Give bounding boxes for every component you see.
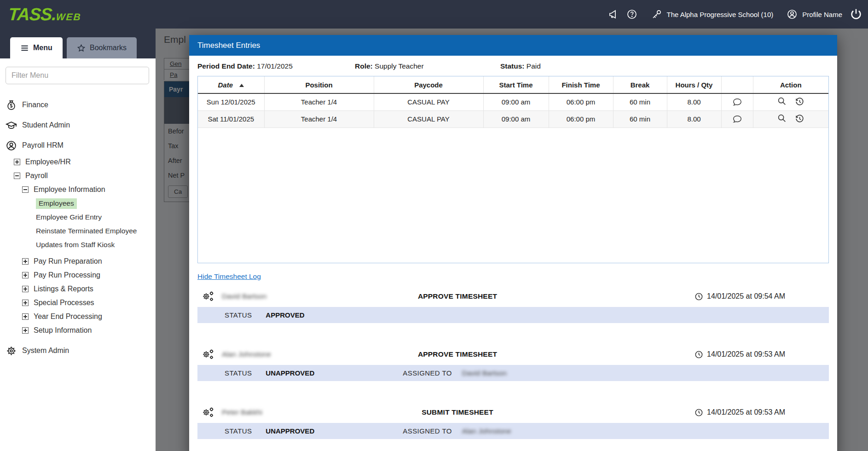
expander-plus-icon[interactable] <box>22 300 29 306</box>
expander-plus-icon[interactable] <box>22 313 29 320</box>
expander-minus-icon[interactable] <box>14 173 20 179</box>
tab-menu[interactable]: Menu <box>10 37 63 58</box>
money-bag-icon <box>6 99 17 111</box>
sidebar-item-employee-grid-entry[interactable]: Employee Grid Entry <box>36 210 153 224</box>
log-assigned-value: David Bartson <box>462 369 507 377</box>
logo-text-tass: TASS. <box>8 5 57 24</box>
sidebar-item-employee-information[interactable]: Employee Information <box>22 183 153 197</box>
sidebar-item-pay-run-preparation[interactable]: Pay Run Preparation <box>22 254 153 268</box>
sidebar-item-label: Employee Information <box>34 185 105 194</box>
log-action-label: APPROVE TIMESHEET <box>359 292 556 301</box>
table-row[interactable]: Sat 11/01/2025 Teacher 1/4 CASUAL PAY 09… <box>198 110 828 127</box>
sidebar-item-setup-information[interactable]: Setup Information <box>22 324 153 337</box>
timesheet-table-container: Date Position Paycode Start Time Finish … <box>197 76 829 263</box>
logo-text-web: WEB <box>56 12 82 22</box>
expander-plus-icon[interactable] <box>14 159 20 165</box>
clock-icon <box>694 350 703 359</box>
view-details-magnifier-icon[interactable] <box>777 96 787 106</box>
modal-title: Timesheet Entries <box>197 41 260 50</box>
log-status-row: STATUS APPROVED <box>197 307 829 323</box>
hide-timesheet-log-link[interactable]: Hide Timesheet Log <box>197 272 261 281</box>
sidebar-item-employee-hr[interactable]: Employee/HR <box>14 155 153 169</box>
cell-date: Sun 12/01/2025 <box>198 93 264 110</box>
log-assigned-label: ASSIGNED TO <box>403 369 451 377</box>
cell-hours-qty: 8.00 <box>667 110 721 127</box>
profile-menu[interactable]: Profile Name <box>786 8 842 20</box>
profile-person-icon <box>786 8 798 20</box>
table-header-row: Date Position Paycode Start Time Finish … <box>198 76 828 93</box>
school-selector[interactable]: The Alpha Progressive School (10) <box>651 8 774 20</box>
filter-menu-input[interactable] <box>6 67 149 84</box>
log-status-value: UNAPPROVED <box>266 427 376 435</box>
bookmarks-tab-label: Bookmarks <box>90 44 127 52</box>
key-icon <box>651 8 663 20</box>
sidebar-item-payroll-hrm[interactable]: Payroll HRM <box>6 139 153 152</box>
sidebar-item-label: Payroll <box>25 172 48 180</box>
sidebar-item-label: Student Admin <box>22 121 70 129</box>
modal-title-bar: Timesheet Entries <box>189 35 837 56</box>
log-timestamp: 14/01/2025 at 09:54 AM <box>707 292 785 301</box>
sidebar-item-year-end-processing[interactable]: Year End Processing <box>22 310 153 324</box>
sidebar-item-payroll[interactable]: Payroll <box>14 169 153 183</box>
star-icon <box>77 44 86 52</box>
tass-web-logo: TASS.WEB <box>7 5 82 24</box>
cell-start-time: 09:00 am <box>483 93 549 110</box>
column-header-comment <box>721 76 753 93</box>
column-header-finish-time[interactable]: Finish Time <box>549 76 613 93</box>
sidebar-item-pay-run-processing[interactable]: Pay Run Processing <box>22 268 153 282</box>
column-header-hours-qty[interactable]: Hours / Qty <box>667 76 721 93</box>
column-header-paycode[interactable]: Paycode <box>374 76 483 93</box>
log-timestamp: 14/01/2025 at 09:53 AM <box>707 350 785 358</box>
clock-icon <box>694 292 703 301</box>
view-details-magnifier-icon[interactable] <box>777 113 787 123</box>
column-header-start-time[interactable]: Start Time <box>483 76 549 93</box>
sidebar-item-listings-reports[interactable]: Listings & Reports <box>22 282 153 296</box>
log-entry: David Bartson APPROVE TIMESHEET 14/01/20… <box>197 287 829 323</box>
hamburger-icon <box>20 44 29 52</box>
timesheet-log: David Bartson APPROVE TIMESHEET 14/01/20… <box>197 287 829 451</box>
column-header-break[interactable]: Break <box>613 76 667 93</box>
status-value: Paid <box>527 62 541 70</box>
history-icon[interactable] <box>794 96 804 106</box>
sidebar-item-employees[interactable]: Employees <box>36 197 153 210</box>
log-status-value: UNAPPROVED <box>266 369 376 377</box>
column-header-position[interactable]: Position <box>264 76 374 93</box>
log-user-name: David Bartson <box>222 292 266 301</box>
menu-tab-label: Menu <box>33 44 52 52</box>
comment-bubble-icon[interactable] <box>732 114 742 124</box>
sidebar-item-system-admin[interactable]: System Admin <box>6 344 153 358</box>
sidebar-item-label: Reinstate Terminated Employee <box>36 227 137 235</box>
table-row[interactable]: Sun 12/01/2025 Teacher 1/4 CASUAL PAY 09… <box>198 93 828 110</box>
sort-ascending-icon <box>239 84 244 87</box>
sidebar-item-special-processes[interactable]: Special Processes <box>22 296 153 310</box>
sidebar-item-reinstate-terminated-employee[interactable]: Reinstate Terminated Employee <box>36 224 153 238</box>
logout-power-icon[interactable] <box>849 7 863 22</box>
sidebar-item-updates-from-staff-kiosk[interactable]: Updates from Staff Kiosk <box>36 238 153 252</box>
comment-bubble-icon[interactable] <box>732 97 742 107</box>
sidebar-item-label: Year End Processing <box>34 312 102 321</box>
cell-date: Sat 11/01/2025 <box>198 110 264 127</box>
announcements-megaphone-icon[interactable] <box>608 8 619 20</box>
expander-plus-icon[interactable] <box>22 327 29 334</box>
top-bar: TASS.WEB The Alpha Progressive School (1… <box>0 0 868 29</box>
sidebar-item-label-selected: Employees <box>36 198 77 209</box>
sidebar-item-student-admin[interactable]: Student Admin <box>6 118 153 132</box>
tab-bookmarks[interactable]: Bookmarks <box>67 37 137 58</box>
history-icon[interactable] <box>794 113 804 123</box>
profile-name: Profile Name <box>802 11 842 18</box>
sidebar-item-finance[interactable]: Finance <box>6 98 153 112</box>
column-header-date[interactable]: Date <box>198 76 264 93</box>
graduation-cap-icon <box>6 120 17 131</box>
expander-plus-icon[interactable] <box>22 258 29 265</box>
cell-position: Teacher 1/4 <box>264 110 374 127</box>
expander-plus-icon[interactable] <box>22 286 29 292</box>
person-circle-icon <box>6 140 17 151</box>
help-icon[interactable] <box>626 8 638 20</box>
expander-minus-icon[interactable] <box>22 186 29 193</box>
sidebar-item-label: Setup Information <box>34 326 92 335</box>
workflow-gears-icon <box>202 348 214 361</box>
gear-icon <box>6 345 17 357</box>
period-end-date-label: Period End Date: <box>197 62 255 70</box>
cell-paycode: CASUAL PAY <box>374 93 483 110</box>
expander-plus-icon[interactable] <box>22 272 29 278</box>
